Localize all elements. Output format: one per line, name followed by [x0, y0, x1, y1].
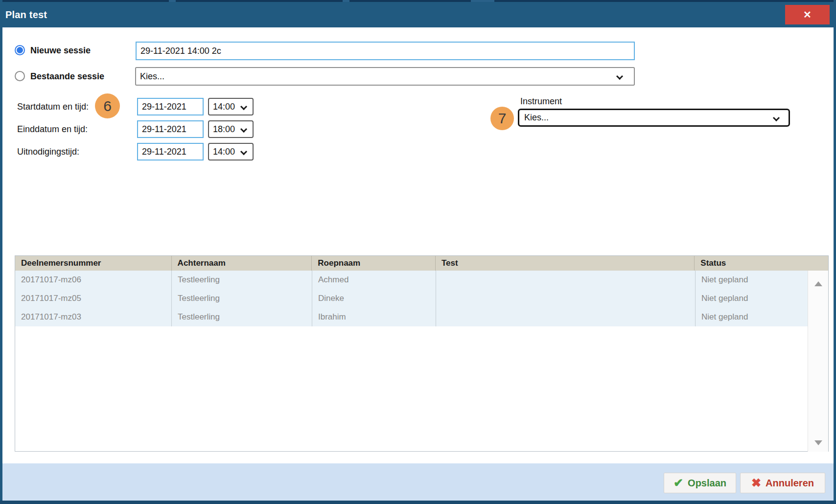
column-header-achternaam[interactable]: Achternaam [172, 256, 312, 271]
instrument-value: Kies... [524, 113, 549, 123]
bestaande-sessie-radio[interactable] [15, 71, 25, 81]
cell-roepnaam: Achmed [312, 271, 436, 289]
scroll-down-icon[interactable] [814, 440, 822, 445]
table-row[interactable]: 20171017-mz05 Testleerling Dineke Niet g… [15, 289, 828, 308]
chevron-down-icon [240, 148, 247, 155]
cell-achternaam: Testleerling [172, 308, 312, 326]
cell-status: Niet gepland [696, 271, 808, 289]
existing-session-select[interactable]: Kies... [135, 67, 635, 86]
close-button[interactable]: ✕ [785, 5, 830, 24]
column-header-roepnaam[interactable]: Roepnaam [312, 256, 436, 271]
column-header-deelnemersnummer[interactable]: Deelnemersnummer [15, 256, 172, 271]
cell-roepnaam: Ibrahim [312, 308, 436, 326]
eindtijd-value: 18:00 [213, 124, 235, 135]
table-row[interactable]: 20171017-mz06 Testleerling Achmed Niet g… [15, 271, 828, 289]
cell-achternaam: Testleerling [172, 271, 312, 289]
column-header-test[interactable]: Test [436, 256, 695, 271]
einddatum-label: Einddatum en tijd: [17, 124, 88, 135]
cell-deelnemersnummer: 20171017-mz05 [15, 289, 172, 308]
cell-status: Niet gepland [696, 308, 808, 326]
annotation-badge-7: 7 [490, 107, 514, 130]
dialog-title: Plan test [0, 9, 47, 21]
startdatum-label: Startdatum en tijd: [17, 102, 89, 112]
table-scrollbar[interactable] [808, 271, 828, 452]
cell-test [436, 289, 696, 308]
cell-deelnemersnummer: 20171017-mz03 [15, 308, 172, 326]
close-icon: ✕ [803, 9, 812, 21]
column-header-status[interactable]: Status [695, 256, 828, 271]
nieuwe-sessie-label: Nieuwe sessie [30, 46, 91, 56]
startdatum-date-value: 29-11-2021 [142, 102, 186, 112]
cell-achternaam: Testleerling [172, 289, 312, 308]
uitnodigingstijd-select[interactable]: 14:00 [208, 143, 254, 160]
uitnodiging-date-value: 29-11-2021 [142, 147, 186, 157]
bestaande-sessie-label: Bestaande sessie [30, 71, 104, 82]
nieuwe-sessie-radio[interactable] [15, 45, 25, 55]
scroll-up-icon[interactable] [814, 281, 822, 286]
instrument-select[interactable]: Kies... [518, 109, 790, 127]
instrument-label: Instrument [520, 96, 562, 107]
starttijd-value: 14:00 [213, 102, 235, 112]
chevron-down-icon [240, 126, 247, 133]
plan-test-dialog: Plan test ✕ Nieuwe sessie 29-11-2021 14:… [0, 0, 836, 504]
check-icon: ✔ [673, 476, 683, 490]
dialog-border-left [0, 0, 2, 504]
uitnodiging-date-input[interactable]: 29-11-2021 [137, 143, 204, 160]
table-header-row: Deelnemersnummer Achternaam Roepnaam Tes… [15, 256, 828, 271]
chevron-down-icon [616, 73, 623, 80]
starttijd-select[interactable]: 14:00 [208, 98, 254, 115]
uitnodigingstijd-value: 14:00 [213, 147, 235, 157]
chevron-down-icon [240, 103, 247, 110]
einddatum-date-input[interactable]: 29-11-2021 [137, 120, 204, 138]
dialog-titlebar: Plan test [0, 2, 836, 27]
save-button[interactable]: ✔ Opslaan [664, 473, 736, 493]
dialog-border-right [834, 0, 836, 504]
cell-test [436, 308, 696, 326]
x-icon: ✖ [751, 476, 761, 490]
annotation-badge-6: 6 [95, 93, 120, 118]
existing-session-value: Kies... [140, 71, 164, 82]
cell-deelnemersnummer: 20171017-mz06 [15, 271, 172, 289]
new-session-input[interactable]: 29-11-2021 14:00 2c [136, 42, 635, 60]
cancel-button[interactable]: ✖ Annuleren [740, 473, 825, 493]
einddatum-date-value: 29-11-2021 [142, 124, 186, 135]
cell-status: Niet gepland [696, 289, 808, 308]
table-row[interactable]: 20171017-mz03 Testleerling Ibrahim Niet … [15, 308, 828, 326]
dialog-border-bottom [0, 501, 836, 504]
cell-test [436, 271, 696, 289]
startdatum-date-input[interactable]: 29-11-2021 [137, 98, 204, 115]
new-session-value: 29-11-2021 14:00 2c [140, 46, 221, 56]
uitnodigingstijd-label: Uitnodigingstijd: [17, 147, 79, 157]
chevron-down-icon [773, 115, 780, 121]
participants-table: Deelnemersnummer Achternaam Roepnaam Tes… [15, 255, 829, 452]
cell-roepnaam: Dineke [312, 289, 436, 308]
save-button-label: Opslaan [688, 478, 726, 489]
eindtijd-select[interactable]: 18:00 [208, 120, 254, 138]
dialog-footer: ✔ Opslaan ✖ Annuleren [2, 463, 834, 501]
cancel-button-label: Annuleren [766, 478, 814, 489]
